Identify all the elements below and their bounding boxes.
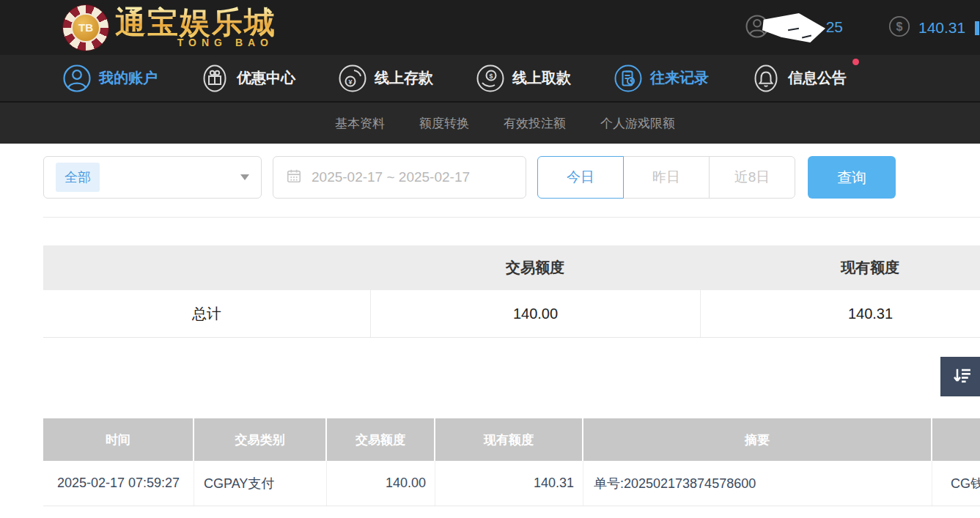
filter-bar: 全部 2025-02-17 ~ 2025-02-17 今日 昨日 近8日 查询 [43, 156, 980, 199]
clipped-glyph [975, 21, 979, 35]
gift-icon [200, 64, 229, 93]
sort-descending-button[interactable] [940, 357, 980, 396]
col-remark: 备注 [932, 418, 980, 461]
total-label: 总计 [43, 290, 370, 337]
col-transaction-amount: 交易额度 [327, 418, 435, 461]
records-clipboard-icon [614, 64, 643, 93]
nav-label: 我的账户 [99, 68, 158, 88]
total-transaction-amount: 140.00 [370, 290, 700, 337]
cell-transaction-amount: 140.00 [327, 461, 435, 506]
nav-transaction-records[interactable]: 往来记录 [614, 64, 709, 93]
bell-icon [751, 64, 781, 93]
records-header-row: 时间 交易类别 交易额度 现有额度 摘要 备注 [43, 418, 980, 461]
col-current-balance: 现有额度 [435, 418, 583, 461]
total-current-balance: 140.31 [700, 290, 980, 337]
cell-type: CGPAY支付 [194, 461, 327, 506]
svg-text:$: $ [489, 73, 493, 80]
date-range-input[interactable]: 2025-02-17 ~ 2025-02-17 [273, 156, 526, 199]
sort-descending-icon [951, 365, 973, 389]
quick-range-group: 今日 昨日 近8日 [537, 156, 795, 199]
summary-header-row: 交易额度 现有额度 [43, 245, 980, 290]
site-title: 通宝娱乐城 [115, 7, 276, 39]
table-row: 2025-02-17 07:59:27 CGPAY支付 140.00 140.3… [43, 461, 980, 506]
account-icon [62, 64, 92, 93]
notification-dot [852, 59, 859, 65]
subnav-valid-bets[interactable]: 有效投注额 [504, 115, 566, 132]
main-navigation: 我的账户 优惠中心 ¥ 线上存款 [0, 55, 980, 101]
site-subtitle: TONG BAO [177, 37, 276, 48]
deposit-hand-coin-icon: ¥ [338, 64, 367, 93]
col-summary: 摘要 [583, 418, 932, 461]
summary-total-row: 总计 140.00 140.31 [43, 290, 980, 338]
today-button[interactable]: 今日 [537, 156, 624, 199]
query-button[interactable]: 查询 [808, 156, 896, 199]
nav-label: 优惠中心 [237, 68, 295, 88]
dollar-coin-icon: $ [888, 15, 911, 41]
nav-label: 往来记录 [650, 68, 709, 88]
casino-chip-icon: TB [62, 4, 109, 51]
nav-withdraw[interactable]: $ 线上取款 [476, 64, 571, 93]
chevron-down-icon [240, 174, 249, 180]
nav-announcements[interactable]: 信息公告 [751, 64, 847, 93]
transaction-type-dropdown[interactable]: 全部 [43, 156, 262, 199]
balance-amount: 140.31 [918, 19, 965, 37]
col-time: 时间 [43, 418, 194, 461]
svg-text:$: $ [896, 20, 903, 32]
username-visible-fragment: 25 [826, 18, 843, 36]
cell-summary: 单号:202502173874578600 [583, 461, 932, 506]
summary-col-empty [43, 245, 370, 290]
withdraw-hand-coin-icon: $ [476, 64, 505, 93]
yesterday-button[interactable]: 昨日 [623, 156, 710, 199]
chip-label: TB [71, 13, 100, 42]
nav-promotions[interactable]: 优惠中心 [200, 64, 295, 93]
cell-current-balance: 140.31 [435, 461, 583, 506]
top-header: TB 通宝娱乐城 TONG BAO 25 $ 140.31 [0, 0, 980, 55]
nav-my-account[interactable]: 我的账户 [62, 64, 158, 93]
nav-label: 线上取款 [512, 68, 571, 88]
summary-col-current-balance: 现有额度 [700, 245, 980, 290]
section-divider [43, 217, 980, 218]
records-table: 时间 交易类别 交易额度 现有额度 摘要 备注 2025-02-17 07:59… [43, 418, 980, 506]
site-logo[interactable]: TB 通宝娱乐城 TONG BAO [62, 4, 276, 51]
wallet-balance[interactable]: $ 140.31 [888, 0, 965, 55]
nav-label: 信息公告 [788, 68, 847, 88]
svg-text:¥: ¥ [348, 78, 352, 86]
cell-remark: CG钱包 [932, 461, 980, 506]
date-range-value: 2025-02-17 ~ 2025-02-17 [312, 169, 470, 185]
summary-table: 交易额度 现有额度 总计 140.00 140.31 [43, 245, 980, 338]
calendar-icon [286, 168, 302, 188]
cell-time: 2025-02-17 07:59:27 [43, 461, 194, 506]
nav-label: 线上存款 [375, 68, 433, 88]
subnav-basic-info[interactable]: 基本资料 [335, 115, 385, 132]
nav-deposit[interactable]: ¥ 线上存款 [338, 64, 433, 93]
summary-col-transaction-amount: 交易额度 [370, 245, 700, 290]
last-8-days-button[interactable]: 近8日 [709, 156, 795, 199]
account-subnav: 基本资料 额度转换 有效投注额 个人游戏限额 [0, 101, 980, 144]
selected-type-chip: 全部 [56, 163, 100, 192]
subnav-credit-transfer[interactable]: 额度转换 [419, 115, 469, 132]
col-type: 交易类别 [194, 418, 327, 461]
subnav-game-limits[interactable]: 个人游戏限额 [600, 115, 675, 132]
